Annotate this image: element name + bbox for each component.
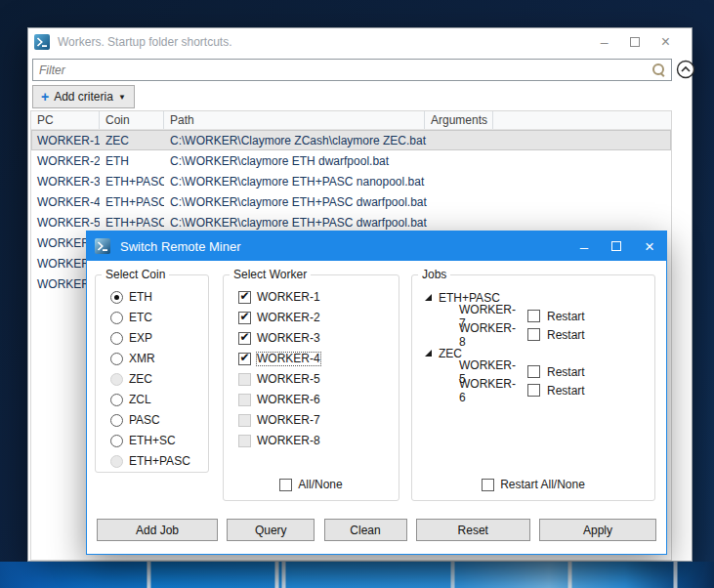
add-criteria-button[interactable]: + Add criteria ▼: [32, 85, 135, 108]
dialog-title: Switch Remote Miner: [120, 239, 241, 254]
tree-node-zec[interactable]: ZEC: [412, 344, 654, 362]
main-titlebar: Workers. Startup folder shortcuts. – ×: [28, 28, 692, 55]
jobs-label: Jobs: [418, 268, 450, 281]
select-worker-label: Select Worker: [230, 268, 311, 281]
all-none-checkbox[interactable]: All/None: [224, 478, 399, 491]
radio-eth-sc[interactable]: ETH+SC: [110, 434, 208, 447]
radio-zec: ZEC: [110, 372, 208, 386]
column-header-coin[interactable]: Coin: [100, 111, 164, 129]
checkbox-icon: ✔: [238, 353, 251, 365]
table-header: PC Coin Path Arguments: [31, 111, 671, 130]
maximize-button[interactable]: [630, 37, 640, 47]
dialog-minimize-button[interactable]: –: [580, 239, 588, 254]
search-icon: [652, 63, 665, 76]
cell-pc: WORKER-1: [31, 134, 100, 147]
radio-icon: [110, 414, 123, 427]
cell-path: C:\WORKER\claymore ETH+PASC dwarfpool.ba…: [164, 195, 555, 209]
table-row[interactable]: WORKER-3 ETH+PASC C:\WORKER\claymore ETH…: [31, 171, 671, 191]
restart-checkbox[interactable]: [527, 365, 540, 378]
query-button[interactable]: Query: [227, 519, 315, 541]
powershell-icon: [95, 238, 110, 254]
checkbox-worker-7: WORKER-7: [238, 413, 399, 427]
radio-icon: [110, 332, 123, 345]
table-row[interactable]: WORKER-5 ETH+PASC C:\WORKER\claymore ETH…: [31, 212, 671, 232]
checkbox-icon: [238, 373, 251, 386]
wallpaper-light-beams: [0, 562, 714, 588]
cell-pc: WORKER-2: [31, 154, 100, 168]
radio-icon: [110, 373, 123, 386]
radio-icon: [110, 312, 123, 324]
checkbox-worker-1[interactable]: ✔WORKER-1: [238, 290, 399, 304]
add-job-button[interactable]: Add Job: [97, 519, 218, 541]
restart-all-none-checkbox[interactable]: Restart All/None: [412, 478, 654, 491]
cell-pc: WORKER-3: [31, 175, 100, 189]
cell-coin: ZEC: [100, 134, 164, 147]
apply-button[interactable]: Apply: [539, 519, 656, 541]
dialog-close-button[interactable]: ×: [645, 239, 654, 254]
cell-coin: ETH+PASC: [100, 216, 164, 230]
column-header-arguments[interactable]: Arguments: [425, 111, 493, 129]
jobs-group: Jobs ETH+PASC WORKER-7 Restart WORKER-8 …: [411, 274, 655, 501]
cell-coin: ETH: [100, 154, 164, 168]
checkbox-icon: ✔: [238, 312, 251, 324]
checkbox-icon: ✔: [238, 332, 251, 345]
checkbox-worker-5: WORKER-5: [238, 372, 399, 386]
checkbox-worker-3[interactable]: ✔WORKER-3: [238, 331, 399, 345]
select-coin-group: Select Coin ETH ETC EXP XMR ZEC ZCL PASC…: [95, 274, 209, 473]
restart-checkbox[interactable]: [527, 310, 540, 322]
collapse-panel-button[interactable]: [676, 60, 695, 79]
select-worker-group: Select Worker ✔WORKER-1 ✔WORKER-2 ✔WORKE…: [223, 274, 399, 501]
cell-pc: WORKER-5: [31, 216, 100, 230]
clean-button[interactable]: Clean: [324, 519, 407, 541]
filter-bar: [32, 59, 672, 81]
table-row[interactable]: WORKER-4 ETH+PASC C:\WORKER\claymore ETH…: [31, 191, 671, 212]
cell-coin: ETH+PASC: [100, 175, 164, 189]
radio-exp[interactable]: EXP: [110, 331, 208, 345]
cell-path: C:\WORKER\claymore ETH+PASC dwarfpool.ba…: [164, 216, 555, 230]
checkbox-worker-4[interactable]: ✔WORKER-4: [238, 352, 399, 365]
dialog-titlebar: Switch Remote Miner – ×: [87, 231, 666, 261]
radio-icon: [110, 394, 123, 406]
radio-icon: [110, 455, 123, 468]
tree-job-row: WORKER-5 Restart: [412, 362, 654, 381]
minimize-button[interactable]: –: [601, 35, 609, 49]
checkmark-icon: ✔: [239, 332, 249, 342]
radio-pasc[interactable]: PASC: [110, 413, 208, 427]
dialog-maximize-button[interactable]: [611, 241, 621, 251]
powershell-icon: [34, 34, 50, 50]
radio-zcl[interactable]: ZCL: [110, 393, 208, 406]
radio-eth[interactable]: ETH: [110, 290, 208, 304]
expander-icon: [424, 293, 433, 302]
checkmark-icon: ✔: [239, 312, 249, 321]
checkbox-worker-8: WORKER-8: [238, 434, 399, 447]
main-window-title: Workers. Startup folder shortcuts.: [58, 35, 232, 49]
column-header-path[interactable]: Path: [164, 111, 425, 129]
checkbox-worker-6: WORKER-6: [238, 393, 399, 406]
filter-input[interactable]: [32, 59, 672, 81]
cell-path: C:\WORKER\claymore ETH dwarfpool.bat: [164, 154, 555, 168]
select-coin-label: Select Coin: [102, 268, 169, 281]
table-row[interactable]: WORKER-1 ZEC C:\WORKER\Claymore ZCash\cl…: [31, 130, 671, 150]
radio-etc[interactable]: ETC: [110, 311, 208, 324]
restart-checkbox[interactable]: [527, 328, 540, 341]
checkbox-icon: [279, 479, 292, 491]
radio-icon: [110, 435, 123, 447]
close-button[interactable]: ×: [661, 35, 670, 49]
column-header-pc[interactable]: PC: [31, 111, 100, 129]
restart-checkbox[interactable]: [527, 384, 540, 397]
checkbox-worker-2[interactable]: ✔WORKER-2: [238, 311, 399, 324]
tree-node-eth-pasc[interactable]: ETH+PASC: [412, 288, 654, 307]
chevron-down-icon: ▼: [118, 93, 126, 102]
radio-xmr[interactable]: XMR: [110, 352, 208, 365]
cell-path: C:\WORKER\claymore ETH+PASC nanopool.bat: [164, 175, 555, 189]
cell-pc: WORKER-4: [31, 195, 100, 209]
radio-eth-pasc: ETH+PASC: [110, 454, 208, 468]
column-header-blank: [493, 111, 671, 129]
table-row[interactable]: WORKER-2 ETH C:\WORKER\claymore ETH dwar…: [31, 150, 671, 171]
checkbox-icon: [238, 414, 251, 427]
radio-icon: [110, 291, 123, 304]
cell-path: C:\WORKER\Claymore ZCash\claymore ZEC.ba…: [164, 134, 555, 147]
reset-button[interactable]: Reset: [416, 519, 530, 541]
switch-remote-miner-dialog: Switch Remote Miner – × Select Coin ETH …: [86, 231, 667, 555]
tree-job-row: WORKER-8 Restart: [412, 325, 654, 344]
